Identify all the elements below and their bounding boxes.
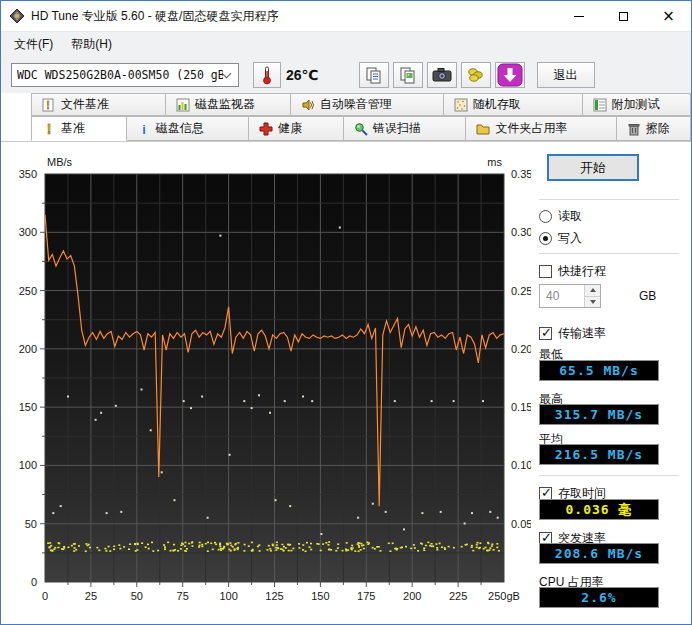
access-time-dot — [358, 551, 360, 553]
access-time-dot — [47, 542, 49, 544]
donate-button[interactable] — [461, 62, 491, 88]
stepper-down-button[interactable] — [585, 297, 600, 308]
access-time-dot — [491, 545, 493, 547]
right-axis-tick-label: 0.05 — [511, 518, 531, 530]
start-button[interactable]: 开始 — [547, 154, 639, 181]
write-radio[interactable]: 写入 — [539, 230, 582, 247]
access-time-dot — [210, 543, 212, 545]
tab-folder-usage[interactable]: 文件夹占用率 — [466, 116, 616, 141]
tab-disk-monitor[interactable]: 磁盘监视器 — [166, 93, 291, 116]
update-button[interactable] — [495, 62, 525, 88]
access-time-dot — [219, 544, 221, 546]
tab-extra-tests[interactable]: 附加测试 — [583, 93, 692, 116]
access-time-dot — [258, 544, 260, 546]
access-time-outlier-dot — [52, 512, 54, 514]
copy-image-icon — [399, 66, 417, 84]
tab-aam[interactable]: 自动噪音管理 — [291, 93, 444, 116]
access-time-dot — [88, 544, 90, 546]
access-time-dot — [104, 548, 106, 550]
access-time-dot — [237, 542, 239, 544]
maximize-button[interactable] — [601, 1, 646, 31]
access-time-outlier-dot — [403, 528, 405, 530]
x-axis-tick-label: 125 — [265, 590, 283, 602]
shortstroke-checkbox[interactable]: 快捷行程 — [539, 263, 606, 280]
window-title: HD Tune 专业版 5.60 - 硬盘/固态硬盘实用程序 — [31, 8, 556, 25]
disk-monitor-icon — [176, 98, 190, 112]
access-time-dot — [123, 546, 125, 548]
access-time-dot — [223, 546, 225, 548]
menu-help[interactable]: 帮助(H) — [62, 32, 121, 57]
access-time-outlier-dot — [357, 517, 359, 519]
access-time-dot — [134, 544, 136, 546]
read-radio[interactable]: 读取 — [539, 208, 582, 225]
checkbox-checked-icon — [539, 327, 552, 340]
access-time-outlier-dot — [302, 396, 304, 398]
access-time-dot — [145, 546, 147, 548]
access-time-dot — [276, 544, 278, 546]
access-time-dot — [489, 547, 491, 549]
file-benchmark-icon: ! — [42, 98, 56, 112]
access-time-dot — [394, 548, 396, 550]
access-time-outlier-dot — [229, 454, 231, 456]
tab-error-scan[interactable]: 错误扫描 — [344, 116, 467, 141]
max-value-display: 315.7 MB/s — [539, 404, 659, 425]
access-time-dot — [425, 545, 427, 547]
access-time-dot — [268, 545, 270, 547]
access-time-outlier-dot — [258, 394, 260, 396]
access-time-dot — [305, 551, 307, 553]
access-time-dot — [476, 544, 478, 546]
left-axis-tick-label: 0 — [31, 576, 37, 588]
access-time-dot — [496, 547, 498, 549]
transfer-rate-checkbox[interactable]: 传输速率 — [539, 325, 606, 342]
temperature-value: 26℃ — [286, 67, 319, 83]
x-axis-tick-label: 200 — [403, 590, 421, 602]
copy-image-button[interactable] — [393, 62, 423, 88]
access-time-dot — [68, 547, 70, 549]
access-time-dot — [345, 549, 347, 551]
access-time-dot — [201, 544, 203, 546]
exit-button[interactable]: 退出 — [537, 62, 595, 88]
tab-benchmark[interactable]: ! 基准 — [31, 116, 127, 141]
access-time-dot — [292, 548, 294, 550]
access-time-dot — [302, 549, 304, 551]
access-time-dot — [53, 549, 55, 551]
access-time-dot — [476, 547, 478, 549]
access-time-dot — [423, 547, 425, 549]
access-time-dot — [128, 548, 130, 550]
access-time-dot — [198, 546, 200, 548]
access-time-dot — [354, 550, 356, 552]
access-time-dot — [281, 544, 283, 546]
access-time-dot — [219, 546, 221, 548]
folder-icon — [476, 122, 490, 136]
thermometer-icon — [261, 65, 273, 85]
access-time-dot — [358, 546, 360, 548]
access-time-dot — [188, 543, 190, 545]
tab-disk-info[interactable]: i 磁盘信息 — [127, 116, 250, 141]
menu-file[interactable]: 文件(F) — [5, 32, 62, 57]
radio-selected-icon — [539, 232, 552, 245]
tab-file-benchmark[interactable]: ! 文件基准 — [31, 93, 166, 116]
access-time-dot — [108, 546, 110, 548]
tab-random-access[interactable]: 随机存取 — [444, 93, 583, 116]
stepper-up-button[interactable] — [585, 285, 600, 297]
access-time-dot — [148, 548, 150, 550]
drive-select[interactable]: WDC WDS250G2B0A-00SM50 (250 gB) — [11, 63, 239, 87]
close-button[interactable]: × — [646, 1, 691, 31]
screenshot-button[interactable] — [427, 62, 457, 88]
access-time-dot — [363, 548, 365, 550]
minimize-button[interactable] — [556, 1, 601, 31]
x-axis-tick-label: 175 — [357, 590, 375, 602]
access-time-dot — [275, 547, 277, 549]
shortstroke-size-input[interactable]: 40 — [539, 284, 601, 308]
tab-erase[interactable]: 擦除 — [617, 116, 691, 141]
access-time-dot — [207, 542, 209, 544]
access-time-dot — [306, 542, 308, 544]
separator — [539, 475, 679, 476]
exit-button-label: 退出 — [554, 67, 578, 84]
temperature-button[interactable] — [253, 62, 281, 88]
copy-text-button[interactable] — [359, 62, 389, 88]
x-axis-tick-label: 100 — [219, 590, 237, 602]
tab-health[interactable]: 健康 — [249, 116, 344, 141]
access-time-dot — [485, 547, 487, 549]
access-time-dot — [388, 543, 390, 545]
